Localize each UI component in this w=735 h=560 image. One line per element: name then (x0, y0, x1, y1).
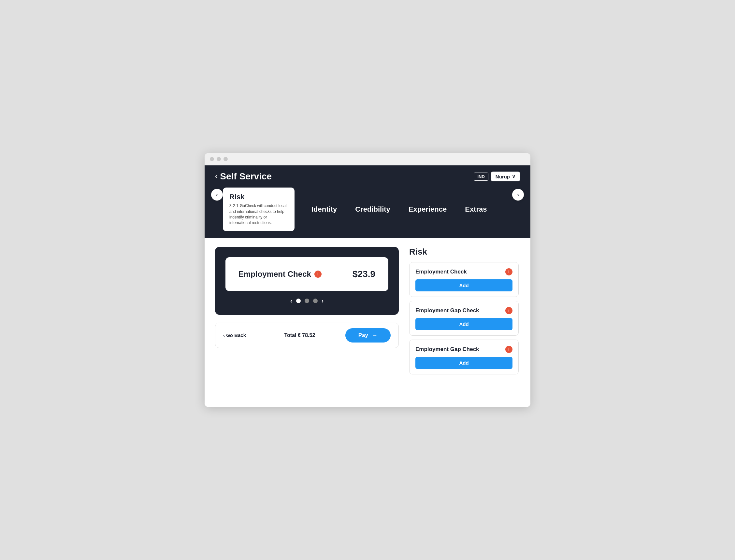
check-card-1-name: Employment Gap Check (416, 307, 479, 314)
carousel-card-title-text: Employment Check (238, 270, 311, 279)
header: ‹ Self Service IND Nurup ∨ (205, 165, 530, 188)
carousel-dots: ‹ › (290, 298, 323, 304)
check-card-2-name: Employment Gap Check (416, 346, 479, 353)
total-label: Total € 78.52 (254, 332, 345, 338)
nav-items: Risk 3-2-1-GoCheck will conduct local an… (223, 188, 512, 231)
tab-experience[interactable]: Experience (400, 203, 456, 216)
traffic-light-green (223, 157, 228, 161)
left-panel: Employment Check i $23.9 ‹ › ‹ Go Back (215, 247, 399, 398)
check-card-0: Employment Check i Add (409, 262, 519, 297)
check-card-1-add-button[interactable]: Add (416, 318, 513, 330)
tab-extras[interactable]: Extras (456, 203, 496, 216)
title-bar (205, 153, 530, 165)
risk-section-title: Risk (409, 247, 520, 257)
carousel-dot-1[interactable] (296, 299, 301, 303)
check-card-2-header: Employment Gap Check i (416, 346, 513, 353)
check-card-0-name: Employment Check (416, 269, 467, 275)
nav-bar: ‹ Risk 3-2-1-GoCheck will conduct local … (205, 188, 530, 238)
carousel-next-icon[interactable]: › (321, 298, 323, 304)
pay-arrow-icon: → (372, 332, 378, 339)
dropdown-arrow-icon: ∨ (512, 174, 516, 179)
carousel-prev-icon[interactable]: ‹ (290, 298, 292, 304)
nav-next-button[interactable]: › (512, 189, 524, 201)
carousel-card-price: $23.9 (352, 269, 375, 279)
check-card-2-add-button[interactable]: Add (416, 357, 513, 369)
app-window: ‹ Self Service IND Nurup ∨ ‹ Risk 3-2-1-… (205, 153, 530, 407)
check-card-1-header: Employment Gap Check i (416, 307, 513, 314)
carousel-dot-2[interactable] (304, 299, 309, 303)
tab-credibility[interactable]: Credibility (346, 203, 400, 216)
header-right: IND Nurup ∨ (474, 172, 520, 181)
nav-prev-button[interactable]: ‹ (211, 189, 223, 201)
back-arrow-icon[interactable]: ‹ (215, 172, 217, 181)
go-back-label: ‹ Go Back (223, 332, 246, 338)
tab-identity[interactable]: Identity (302, 203, 346, 216)
user-name: Nurup (496, 174, 510, 179)
carousel-dot-3[interactable] (313, 299, 318, 303)
carousel-card-title: Employment Check i (238, 270, 321, 279)
pay-button[interactable]: Pay → (345, 328, 391, 343)
page-title: Self Service (220, 171, 272, 182)
main-content: Employment Check i $23.9 ‹ › ‹ Go Back (205, 238, 530, 407)
traffic-light-red (210, 157, 214, 161)
check-card-0-header: Employment Check i (416, 268, 513, 275)
header-left: ‹ Self Service (215, 171, 272, 182)
carousel-info-icon[interactable]: i (314, 271, 321, 278)
ind-badge: IND (474, 173, 488, 181)
check-card-1-info-icon[interactable]: i (505, 307, 513, 314)
carousel-container: Employment Check i $23.9 ‹ › (215, 247, 399, 315)
check-card-2-info-icon[interactable]: i (505, 346, 513, 353)
nav-risk-description: 3-2-1-GoCheck will conduct local and int… (229, 203, 288, 226)
traffic-light-yellow (217, 157, 221, 161)
go-back-button[interactable]: ‹ Go Back (223, 332, 254, 338)
check-cards-wrapper: Employment Check i Add Employment Gap Ch… (409, 262, 520, 374)
pay-label: Pay (358, 332, 368, 339)
footer-bar: ‹ Go Back Total € 78.52 Pay → (215, 323, 399, 348)
check-card-2: Employment Gap Check i Add (409, 340, 519, 374)
user-dropdown[interactable]: Nurup ∨ (491, 172, 520, 181)
check-card-0-add-button[interactable]: Add (416, 279, 513, 291)
check-card-0-info-icon[interactable]: i (505, 268, 513, 275)
nav-risk-card: Risk 3-2-1-GoCheck will conduct local an… (223, 188, 294, 231)
check-card-1: Employment Gap Check i Add (409, 301, 519, 336)
nav-risk-title: Risk (229, 193, 288, 201)
carousel-card: Employment Check i $23.9 (225, 257, 389, 291)
right-panel: Risk Employment Check i Add Employment G… (409, 247, 520, 398)
